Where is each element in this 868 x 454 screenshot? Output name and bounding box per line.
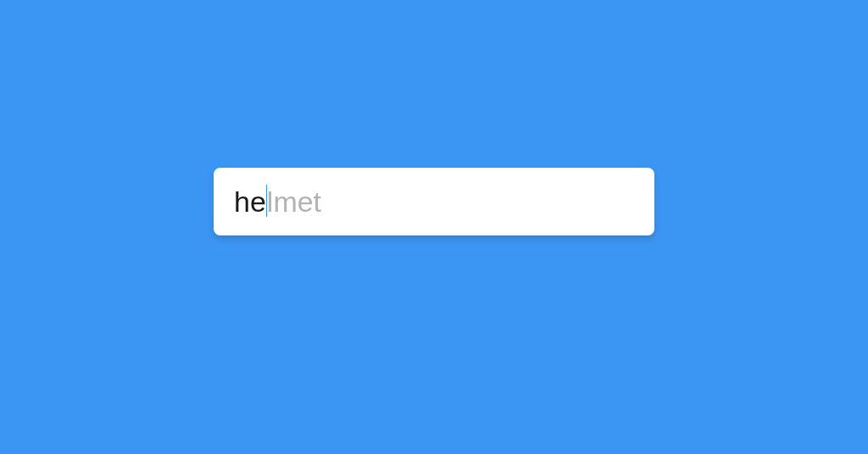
search-autocomplete-suggestion: lmet <box>267 187 321 216</box>
search-typed-text: he <box>234 187 266 216</box>
search-input[interactable]: helmet <box>214 168 654 235</box>
search-container: helmet <box>214 168 654 235</box>
